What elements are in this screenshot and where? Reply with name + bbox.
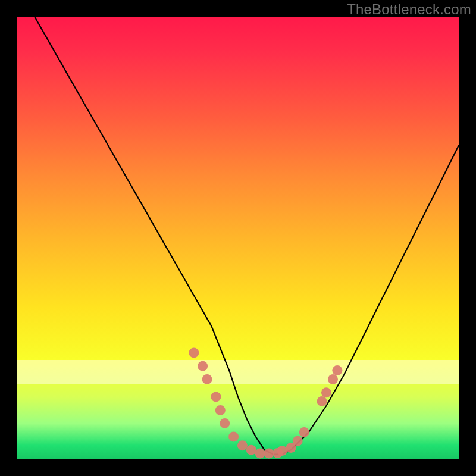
marker-point [299, 427, 309, 437]
marker-point [321, 387, 331, 397]
marker-point [228, 431, 239, 441]
marker-point [277, 446, 287, 456]
marker-points [189, 347, 342, 458]
marker-point [264, 449, 274, 459]
marker-point [220, 418, 230, 428]
marker-point [211, 392, 221, 402]
bottleneck-curve [35, 17, 459, 455]
marker-point [255, 449, 265, 459]
marker-point [198, 361, 208, 371]
chart-svg [17, 17, 459, 459]
marker-point [317, 396, 327, 406]
marker-point [202, 374, 212, 384]
marker-point [189, 347, 199, 358]
marker-point [215, 405, 226, 415]
chart-plot-area [17, 17, 459, 459]
marker-point [332, 365, 342, 375]
marker-point [328, 374, 338, 384]
marker-point [293, 436, 303, 446]
marker-point [237, 440, 248, 450]
marker-point [246, 445, 256, 455]
bottleneck-curve-path [35, 17, 459, 455]
watermark-text: TheBottleneck.com [347, 1, 471, 18]
